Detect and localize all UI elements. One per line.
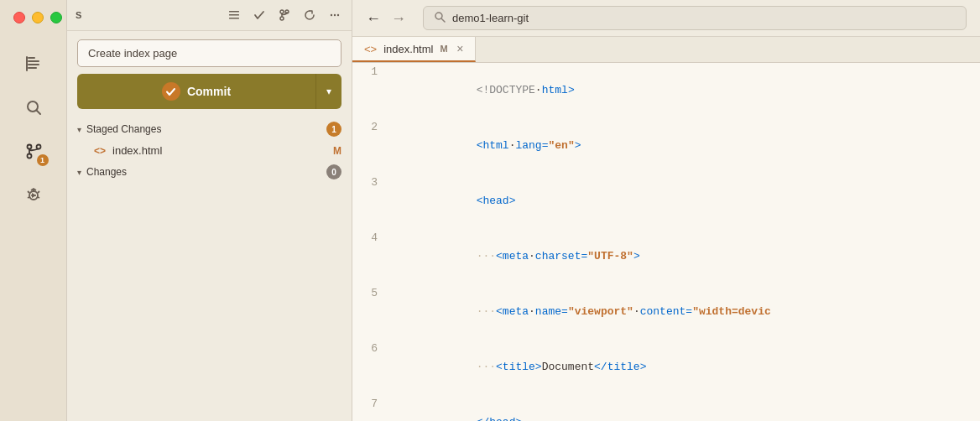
space: · — [529, 250, 535, 262]
explorer-icon[interactable] — [15, 45, 52, 82]
red-traffic-light[interactable] — [13, 12, 25, 23]
commit-section: Commit ▾ — [67, 31, 352, 117]
line-content-1: <!DOCTYPE·html> — [394, 63, 980, 118]
content-attr: content= — [640, 305, 692, 318]
code-line-2: 2 <html·lang="en"> — [352, 118, 980, 174]
doctype-keyword: <!DOCTYPE — [477, 84, 535, 96]
meta-close: > — [633, 250, 640, 262]
address-search-icon — [434, 11, 446, 25]
code-editor[interactable]: 1 <!DOCTYPE·html> 2 <html·lang="en"> 3 <… — [352, 63, 980, 421]
indent — [450, 139, 476, 152]
yellow-traffic-light[interactable] — [32, 12, 44, 23]
svg-line-15 — [28, 197, 29, 198]
svg-rect-20 — [229, 14, 239, 16]
commit-btn-row: Commit ▾ — [77, 74, 341, 109]
toolbar-s-label: S — [76, 10, 82, 20]
commit-check-icon — [162, 82, 180, 101]
staged-changes-title: Staged Changes — [86, 123, 321, 135]
staged-changes-badge: 1 — [326, 122, 341, 137]
commit-label: Commit — [187, 85, 231, 98]
address-bar[interactable]: demo1-learn-git — [423, 6, 967, 30]
forward-button[interactable]: → — [391, 11, 406, 26]
title-close: </title> — [594, 361, 646, 373]
meta-open: <meta — [496, 250, 529, 262]
tab-close-button[interactable]: × — [456, 42, 463, 55]
commit-button[interactable]: Commit — [77, 74, 315, 109]
indent: ··· — [450, 250, 496, 262]
name-value: "viewport" — [568, 305, 633, 318]
head-open: <head> — [477, 195, 516, 207]
svg-point-8 — [27, 154, 31, 159]
commit-dropdown-button[interactable]: ▾ — [315, 74, 341, 109]
line-number-1: 1 — [352, 63, 394, 81]
changes-header[interactable]: ▾ Changes 0 — [67, 160, 352, 184]
tab-index-html[interactable]: <> index.html M × — [352, 37, 476, 62]
line-number-3: 3 — [352, 174, 394, 192]
svg-point-23 — [280, 17, 284, 20]
indent — [450, 84, 476, 96]
refresh-icon[interactable] — [301, 7, 318, 23]
staged-chevron: ▾ — [77, 125, 81, 134]
editor-area: ← → demo1-learn-git <> index.html M × 1 — [352, 0, 980, 421]
source-control-panel: S — [67, 0, 352, 421]
line-number-7: 7 — [352, 395, 394, 413]
file-code-icon: <> — [94, 145, 106, 157]
svg-rect-4 — [26, 56, 28, 71]
line-number-4: 4 — [352, 229, 394, 247]
code-line-3: 3 <head> — [352, 174, 980, 229]
search-icon[interactable] — [15, 89, 52, 126]
changes-badge: 0 — [326, 164, 341, 179]
svg-line-13 — [28, 191, 29, 193]
svg-rect-3 — [28, 67, 37, 69]
svg-point-9 — [36, 145, 40, 149]
svg-rect-21 — [229, 18, 239, 19]
name-attr: name= — [535, 305, 568, 318]
code-line-7: 7 </head> — [352, 395, 980, 421]
staged-file-status: M — [333, 145, 341, 157]
source-control-icon[interactable]: 1 — [15, 133, 52, 169]
code-line-6: 6 ···<title>Document</title> — [352, 340, 980, 395]
svg-rect-0 — [28, 57, 35, 59]
tab-modified-indicator: M — [440, 44, 448, 54]
tab-filename: index.html — [383, 43, 433, 55]
line-content-6: ···<title>Document</title> — [394, 340, 980, 395]
svg-point-30 — [435, 13, 442, 19]
code-line-1: 1 <!DOCTYPE·html> — [352, 63, 980, 118]
list-icon[interactable] — [226, 7, 242, 23]
line-content-4: ···<meta·charset="UTF-8"> — [394, 229, 980, 284]
activity-bar: 1 — [0, 0, 67, 421]
more-icon[interactable] — [326, 7, 343, 23]
space2: · — [633, 305, 640, 318]
debug-icon[interactable] — [15, 176, 52, 213]
check-icon[interactable] — [251, 7, 268, 23]
line-content-5: ···<meta·name="viewport"·content="width=… — [394, 284, 980, 340]
changes-chevron: ▾ — [77, 168, 81, 177]
green-traffic-light[interactable] — [50, 12, 62, 23]
staged-file-name: index.html — [112, 144, 326, 157]
nav-buttons: ← → — [366, 11, 406, 26]
indent — [450, 416, 476, 421]
staged-file-item[interactable]: <> index.html M — [67, 141, 352, 160]
tab-file-icon: <> — [364, 43, 377, 55]
svg-rect-2 — [28, 64, 39, 65]
lang-value: "en" — [548, 139, 574, 152]
line-number-6: 6 — [352, 340, 394, 358]
head-close: </head> — [477, 416, 523, 421]
svg-point-28 — [334, 14, 336, 16]
dropdown-chevron: ▾ — [326, 86, 331, 97]
commit-message-input[interactable] — [77, 39, 341, 67]
staged-changes-header[interactable]: ▾ Staged Changes 1 — [67, 117, 352, 141]
charset-value: "UTF-8" — [587, 250, 633, 262]
git-badge: 1 — [37, 154, 49, 166]
traffic-lights — [0, 0, 62, 37]
meta2-open: <meta — [496, 305, 529, 318]
line-content-3: <head> — [394, 174, 980, 229]
indent: ··· — [450, 305, 496, 318]
svg-line-14 — [38, 191, 39, 193]
back-button[interactable]: ← — [366, 11, 381, 26]
indent — [450, 195, 476, 207]
html-open: <html — [477, 139, 509, 152]
space: · — [535, 84, 542, 96]
branch-icon[interactable] — [276, 7, 293, 23]
svg-rect-1 — [28, 60, 39, 62]
